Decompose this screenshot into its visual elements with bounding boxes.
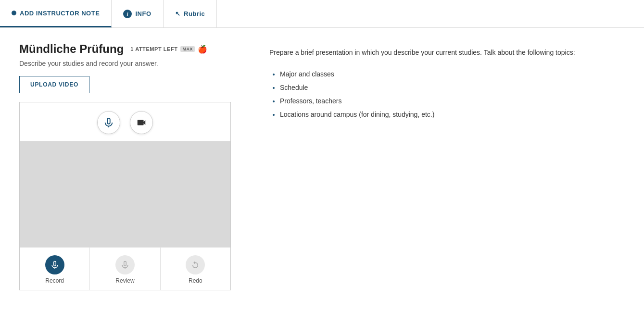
- microphone-button[interactable]: [97, 111, 120, 134]
- page-title: Mündliche Prüfung: [19, 42, 124, 56]
- list-item: Major and classes: [280, 67, 625, 81]
- info-label: INFO: [135, 10, 151, 17]
- left-panel: Mündliche Prüfung 1 ATTEMPT LEFT MAX 🍎 D…: [19, 42, 250, 290]
- record-button[interactable]: Record: [20, 248, 90, 290]
- toolbar: ADD INSTRUCTOR NOTE i INFO ↖ Rubric: [0, 0, 644, 28]
- topic-list: Major and classesScheduleProfessors, tea…: [269, 67, 625, 121]
- recorder-container: Record Review Redo: [19, 102, 231, 290]
- main-content: Mündliche Prüfung 1 ATTEMPT LEFT MAX 🍎 D…: [0, 28, 644, 305]
- redo-icon: [186, 255, 205, 274]
- record-label: Record: [45, 277, 64, 284]
- page-title-row: Mündliche Prüfung 1 ATTEMPT LEFT MAX 🍎: [19, 42, 250, 56]
- redo-label: Redo: [189, 277, 202, 284]
- record-icon: [45, 255, 64, 274]
- list-item: Professors, teachers: [280, 94, 625, 108]
- apple-icon: 🍎: [198, 45, 208, 54]
- rubric-label: Rubric: [184, 10, 205, 17]
- review-icon: [115, 255, 135, 274]
- attempt-badge: 1 ATTEMPT LEFT MAX 🍎: [130, 45, 207, 54]
- right-panel: Prepare a brief presentation in which yo…: [269, 42, 625, 290]
- review-button[interactable]: Review: [90, 248, 160, 290]
- prompt-intro: Prepare a brief presentation in which yo…: [269, 47, 577, 58]
- recorder-bottom: Record Review Redo: [20, 247, 230, 290]
- redo-button[interactable]: Redo: [161, 248, 230, 290]
- dot-icon: [12, 11, 16, 15]
- list-item: Schedule: [280, 81, 625, 94]
- info-icon: i: [123, 10, 132, 18]
- review-label: Review: [115, 277, 134, 284]
- rubric-button[interactable]: ↖ Rubric: [164, 0, 217, 27]
- list-item: Locations around campus (for dining, stu…: [280, 108, 625, 121]
- recorder-preview: [20, 141, 230, 247]
- attempt-text: 1 ATTEMPT LEFT: [130, 46, 177, 52]
- recorder-controls-top: [20, 102, 230, 141]
- rubric-arrow-icon: ↖: [175, 10, 181, 17]
- info-button[interactable]: i INFO: [112, 0, 163, 27]
- subtitle: Describe your studies and record your an…: [19, 60, 250, 67]
- add-instructor-note-button[interactable]: ADD INSTRUCTOR NOTE: [0, 0, 112, 27]
- camera-button[interactable]: [130, 111, 153, 134]
- add-note-label: ADD INSTRUCTOR NOTE: [20, 10, 100, 17]
- upload-video-button[interactable]: UPLOAD VIDEO: [19, 76, 89, 93]
- max-badge: MAX: [180, 46, 195, 52]
